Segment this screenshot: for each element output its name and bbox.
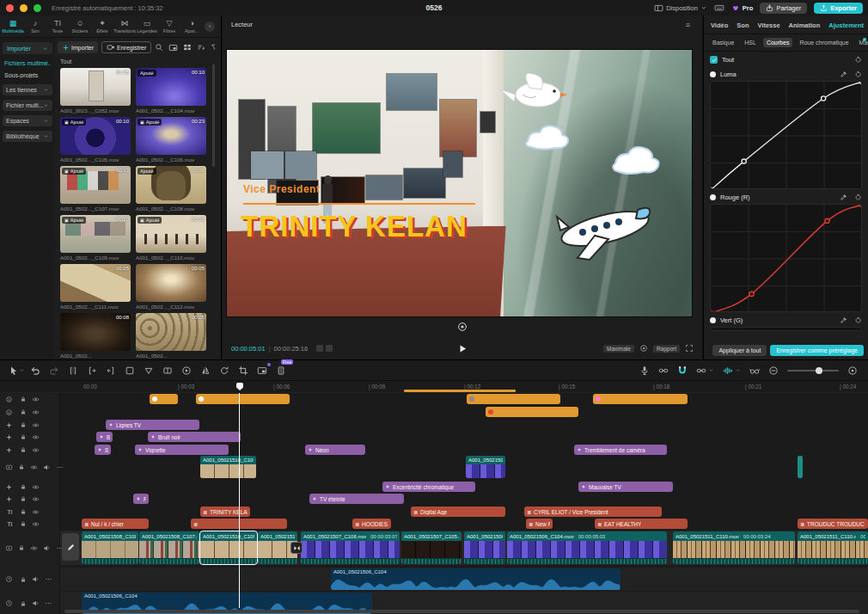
media-item[interactable]: Ajouté 00:10 A001_0502..._C104.mov	[136, 68, 206, 114]
reset-icon[interactable]	[854, 56, 862, 64]
panel-tab-ajustement[interactable]: Ajustement	[828, 21, 864, 29]
tool-tab-multimédia[interactable]: ▦ Multimédia	[2, 19, 24, 34]
tool-tab-légendes[interactable]: ▭ Légendes	[136, 19, 158, 34]
video-clip[interactable]: A001_05021507_C106.mov00:00:03:07	[301, 531, 400, 564]
subtab-hsl[interactable]: HSL	[741, 38, 760, 47]
draw-tool-button[interactable]	[62, 533, 79, 561]
sidebar-item-1[interactable]: Sous-projets	[4, 72, 51, 78]
video-clip[interactable]: A001_05021511_C110.mov00	[798, 531, 868, 564]
lock-icon[interactable]	[20, 576, 27, 583]
media-thumbnail[interactable]: 00:05	[60, 264, 131, 302]
eye-icon[interactable]	[32, 495, 40, 503]
text-clip[interactable]: ≣TROUDUC TROUDUC TROU	[798, 519, 868, 529]
eyedropper-icon[interactable]	[840, 316, 847, 324]
lock-icon[interactable]	[20, 433, 27, 440]
lock-icon[interactable]	[20, 495, 27, 502]
sticker-clip[interactable]	[467, 394, 560, 404]
eyedropper-icon[interactable]	[840, 71, 847, 78]
media-thumbnail[interactable]: ▣Ajouté 00:13	[60, 166, 131, 204]
effect-clip[interactable]: TV éteinte	[309, 494, 404, 504]
playhead-line[interactable]	[239, 393, 240, 608]
video-clip[interactable]: A001_05021508_C107.mov	[139, 531, 199, 564]
eye-icon[interactable]	[32, 508, 40, 516]
video-clip[interactable]: A001_05021511_C110.mov00:00:03:24	[673, 531, 795, 564]
media-thumbnail[interactable]: ▣Ajouté 00:18	[136, 215, 206, 253]
sidebar-item-3[interactable]: Fichier multi...	[3, 100, 52, 111]
player-menu-icon[interactable]: ≡	[686, 21, 690, 29]
video-clip[interactable]: A001_05021506_C	[464, 531, 505, 564]
lock-icon[interactable]	[18, 544, 25, 551]
freeze-tool[interactable]: Free	[272, 365, 290, 376]
effect-clip[interactable]: Lignes TV	[106, 420, 199, 430]
speed-tool[interactable]	[177, 365, 196, 376]
sticker-clip[interactable]	[486, 407, 578, 417]
eye-icon[interactable]	[30, 544, 38, 552]
save-preset-button[interactable]: Enregistrer comme préréglage	[770, 345, 864, 356]
quality-badge[interactable]: Maximale	[603, 345, 634, 353]
media-thumbnail[interactable]: ▣Ajouté 00:10	[60, 215, 131, 253]
subtab-basique[interactable]: Basique	[709, 38, 737, 47]
preview-glasses-icon[interactable]	[749, 365, 760, 376]
pip-view-icon[interactable]	[168, 43, 178, 52]
record-button[interactable]: Enregistrer	[101, 41, 151, 53]
media-thumbnail[interactable]: ▣Ajouté 00:10	[60, 117, 131, 155]
pip-tool[interactable]	[253, 365, 272, 376]
transition-icon[interactable]	[290, 542, 303, 554]
effect-clip[interactable]: Néon	[305, 445, 365, 455]
lock-icon[interactable]	[20, 600, 27, 607]
tool-tab-texte[interactable]: TI Texte	[46, 19, 69, 34]
media-thumbnail[interactable]: 00:05	[136, 264, 206, 302]
sticker-clip[interactable]	[593, 394, 688, 404]
crop-frame-tool[interactable]	[120, 365, 139, 376]
media-scrollbar[interactable]	[212, 64, 215, 167]
media-thumbnail[interactable]: 01:35	[60, 68, 131, 106]
eye-icon[interactable]	[32, 520, 40, 528]
lock-icon[interactable]	[20, 508, 27, 515]
mic-icon[interactable]	[639, 365, 650, 376]
subtab-courbes[interactable]: Courbes	[763, 38, 792, 47]
ratio-badge[interactable]: Rapport	[653, 345, 680, 353]
mirror-tool[interactable]	[196, 365, 215, 376]
split-tool[interactable]	[64, 365, 83, 376]
video-preview[interactable]: Vice President TRINITY KELAN	[226, 49, 693, 317]
import-dropdown[interactable]: Importer	[3, 42, 52, 54]
media-item[interactable]: ▣Ajouté 00:18 A001_0502..._C110.mov	[136, 215, 206, 261]
grid-view-icon[interactable]	[183, 43, 192, 52]
select-tool[interactable]	[7, 365, 26, 376]
more-icon[interactable]	[56, 464, 64, 471]
effect-clip[interactable]: Vignette	[135, 445, 229, 455]
lock-icon[interactable]	[20, 421, 27, 428]
text-clip[interactable]: ≣EAT HEALTHY	[595, 519, 688, 529]
trim-right-tool[interactable]	[101, 365, 120, 376]
lock-icon[interactable]	[20, 446, 27, 453]
pro-badge[interactable]: Pro	[731, 3, 754, 12]
eye-icon[interactable]	[32, 483, 40, 491]
text-clip[interactable]: ≣HOODIES / TH	[352, 519, 391, 529]
import-media-button[interactable]: Importer	[58, 41, 98, 53]
crop-tool[interactable]	[234, 365, 253, 376]
media-item[interactable]: 00:05 A001_0502..._C112.mov	[136, 264, 206, 310]
fullscreen-icon[interactable]	[685, 344, 694, 353]
more-icon[interactable]	[45, 599, 52, 607]
effect-clip[interactable]: Bruit noir	[148, 432, 241, 442]
rotate-tool[interactable]	[215, 365, 234, 376]
media-item[interactable]: 00:05 A001_0502..._C111.mov	[60, 264, 131, 310]
magnet-icon[interactable]	[677, 365, 688, 376]
text-clip[interactable]: ≣New Post!	[526, 519, 553, 529]
shortcuts-button[interactable]	[714, 3, 724, 13]
curve-graph-2[interactable]	[710, 327, 862, 331]
lock-icon[interactable]	[20, 483, 27, 490]
panel-tab-son[interactable]: Son	[737, 21, 749, 29]
effect-clip[interactable]: Excentricité chromatique	[382, 482, 475, 492]
zoom-preview-icon[interactable]	[639, 344, 648, 353]
auto-wave-icon[interactable]	[723, 365, 741, 376]
prev-frame-button[interactable]	[316, 345, 323, 352]
eye-icon[interactable]	[32, 433, 40, 441]
zoom-fit-icon[interactable]	[847, 365, 858, 376]
redo[interactable]	[45, 365, 64, 376]
media-thumbnail[interactable]: Ajouté 00:10	[136, 68, 206, 106]
sticker-clip[interactable]	[196, 394, 290, 404]
eye-icon[interactable]	[32, 396, 40, 403]
overlay-tool[interactable]	[158, 365, 177, 376]
media-item[interactable]: ▣Ajouté 00:10 A001_0502..._C109.mov	[60, 215, 131, 261]
